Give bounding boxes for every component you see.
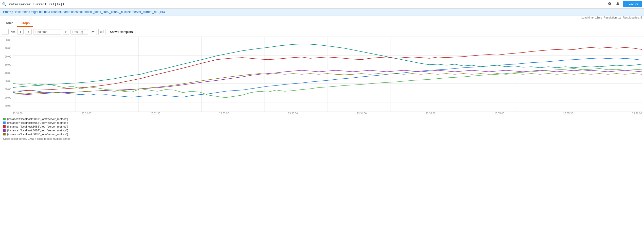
y-label-10: 10.00 xyxy=(5,47,11,50)
tab-table[interactable]: Table xyxy=(2,20,17,27)
x-label-4: 23:33:30 xyxy=(288,112,298,115)
legend-item-0[interactable]: {instance="localhost:8081", job="server_… xyxy=(3,117,641,120)
prev-button[interactable]: < xyxy=(25,29,32,35)
end-time-input[interactable] xyxy=(33,29,61,35)
svg-rect-1 xyxy=(100,31,101,33)
legend-label-3: {instance="localhost:8084", job="server_… xyxy=(7,129,68,132)
legend-item-3[interactable]: {instance="localhost:8084", job="server_… xyxy=(3,129,641,132)
y-label-40: 40.00 xyxy=(5,72,11,75)
info-bar: PromQL info: metric might not be a count… xyxy=(0,9,644,15)
y-label-0: 0.00 xyxy=(6,39,11,42)
execute-button[interactable]: Execute xyxy=(623,1,642,7)
tab-graph[interactable]: Graph xyxy=(17,20,33,27)
legend-hint: Click: select series, CMD + click: toggl… xyxy=(3,137,641,140)
legend-item-2[interactable]: {instance="localhost:8083", job="server_… xyxy=(3,125,641,128)
svg-rect-3 xyxy=(103,30,103,33)
legend-item-1[interactable]: {instance="localhost:8082", job="server_… xyxy=(3,121,641,124)
x-label-9: 23:36:00 xyxy=(632,112,642,115)
minus-button[interactable]: − xyxy=(2,29,9,35)
legend-color-0 xyxy=(3,118,6,120)
legend-item-4[interactable]: {instance="localhost:8085", job="server_… xyxy=(3,133,641,136)
x-label-8: 23:35:30 xyxy=(563,112,573,115)
line-chart-icon[interactable] xyxy=(90,29,97,35)
meta-bar: Load time: 11ms Resolution: 1s Result se… xyxy=(0,15,644,20)
info-message: PromQL info: metric might not be a count… xyxy=(3,10,165,14)
legend-label-2: {instance="localhost:8083", job="server_… xyxy=(7,125,68,128)
x-label-6: 23:34:30 xyxy=(426,112,436,115)
profile-icon[interactable] xyxy=(615,1,621,7)
legend-color-3 xyxy=(3,129,6,132)
search-icon: 🔍 xyxy=(2,2,7,7)
svg-rect-24 xyxy=(3,118,6,120)
plus-button[interactable]: + xyxy=(17,29,24,35)
y-label-30: 30.00 xyxy=(5,63,11,66)
svg-rect-27 xyxy=(3,129,6,132)
resolution: Resolution: 1s xyxy=(603,16,621,19)
x-label-2: 23:32:30 xyxy=(150,112,160,115)
legend-label-1: {instance="localhost:8082", job="server_… xyxy=(7,121,68,124)
legend-color-4 xyxy=(3,133,6,135)
controls-row: − 5m + < > Show Exemplars xyxy=(0,27,644,37)
legend-label-4: {instance="localhost:8085", job="server_… xyxy=(7,133,68,136)
svg-rect-2 xyxy=(102,31,102,33)
load-time: Load time: 11ms xyxy=(581,16,602,19)
x-label-1: 23:32:00 xyxy=(81,112,91,115)
x-label-7: 23:35:00 xyxy=(494,112,504,115)
y-label-70: 70.00 xyxy=(5,96,11,99)
show-exemplars-button[interactable]: Show Exemplars xyxy=(107,29,135,35)
legend-area: {instance="localhost:8081", job="server_… xyxy=(0,115,644,143)
y-label-60: 60.00 xyxy=(5,88,11,91)
x-label-5: 23:34:00 xyxy=(357,112,367,115)
y-axis: 80.00 70.00 60.00 50.00 40.00 30.00 20.0… xyxy=(0,39,13,107)
next-button[interactable]: > xyxy=(63,29,69,35)
bar-chart-icon[interactable] xyxy=(98,29,105,35)
legend-color-1 xyxy=(3,121,6,124)
chart-container xyxy=(13,37,642,112)
y-label-50: 50.00 xyxy=(5,80,11,83)
settings-icon[interactable] xyxy=(607,1,613,7)
query-input[interactable] xyxy=(9,2,605,6)
x-axis: 23:31:30 23:32:00 23:32:30 23:33:00 23:3… xyxy=(0,112,644,115)
y-label-80: 80.00 xyxy=(5,105,11,107)
resolution-input[interactable] xyxy=(70,29,88,35)
legend-label-0: {instance="localhost:8081", job="server_… xyxy=(7,117,68,120)
y-label-20: 20.00 xyxy=(5,55,11,58)
legend-color-2 xyxy=(3,125,6,128)
x-label-0: 23:31:30 xyxy=(13,112,23,115)
svg-rect-28 xyxy=(3,133,6,135)
chart-svg xyxy=(13,37,642,112)
x-label-3: 23:33:00 xyxy=(219,112,229,115)
duration-label: 5m xyxy=(10,30,16,34)
tabs-row: Table Graph xyxy=(0,20,644,27)
result-series: Result series: 5 xyxy=(623,16,642,19)
svg-rect-25 xyxy=(3,121,6,124)
svg-rect-26 xyxy=(3,125,6,128)
top-bar: 🔍 Execute xyxy=(0,0,644,9)
